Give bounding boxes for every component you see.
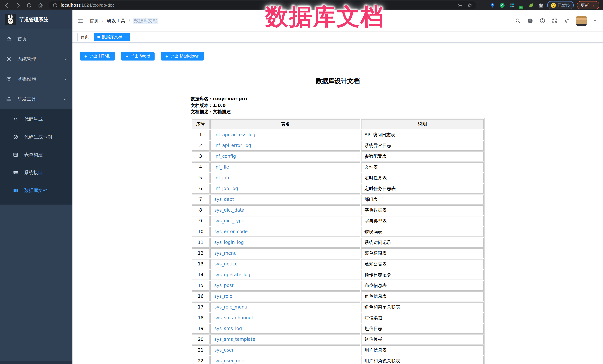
table-name-link[interactable]: sys_dict_type [214, 218, 244, 223]
table-desc-cell: 文件表 [361, 162, 484, 172]
table-desc-cell: 通知公告表 [361, 259, 484, 269]
table-name-cell: inf_job_log [210, 184, 360, 194]
reload-icon[interactable] [26, 2, 32, 8]
export-button-label: 导出 Markdown [170, 54, 200, 59]
puzzle-extension-icon[interactable] [538, 2, 544, 8]
sidebar-subitem-2[interactable]: 代码生成示例 [0, 128, 72, 146]
table-name-link[interactable]: sys_role_menu [214, 304, 247, 310]
check-extension-icon[interactable]: ✓ [499, 2, 505, 8]
table-name-link[interactable]: sys_menu [214, 251, 237, 256]
sidebar-fold-icon[interactable] [77, 18, 84, 24]
user-avatar[interactable] [576, 16, 587, 26]
sidebar-item-2[interactable]: 系统管理 [0, 49, 72, 69]
tampermonkey-extension-icon[interactable]: on [519, 2, 524, 8]
row-index-cell: 3 [192, 151, 209, 161]
orange-extension-icon[interactable] [480, 2, 486, 8]
extension-on-badge: on [519, 6, 523, 9]
table-name-link[interactable]: sys_sms_log [214, 326, 242, 331]
table-row: 13sys_notice通知公告表 [192, 259, 484, 269]
back-icon[interactable] [4, 2, 10, 8]
doc-title: 数据库设计文档 [191, 77, 485, 85]
forward-icon[interactable] [15, 2, 21, 8]
row-index-cell: 18 [192, 313, 209, 323]
table-name-link[interactable]: sys_notice [214, 261, 238, 266]
table-desc-cell: 角色和菜单关联表 [361, 302, 484, 312]
table-name-cell: inf_api_error_log [210, 141, 360, 151]
sidebar-subitem-label: 代码生成 [24, 116, 43, 122]
sidebar-item-4[interactable]: 研发工具 [0, 89, 72, 109]
doc-meta-label: 数据库名： [191, 96, 213, 101]
font-size-icon[interactable] [564, 18, 570, 24]
sidebar-subitem-5[interactable]: 数据库文档 [0, 182, 72, 199]
table-name-link[interactable]: inf_file [214, 165, 229, 170]
password-key-icon[interactable] [457, 2, 463, 8]
table-name-link[interactable]: inf_api_error_log [214, 143, 251, 148]
table-name-link[interactable]: sys_dict_data [214, 208, 244, 213]
sidebar-subitem-3[interactable]: 表单构建 [0, 146, 72, 164]
table-name-link[interactable]: sys_sms_channel [214, 315, 253, 320]
sidebar-subitem-label: 数据库文档 [24, 187, 47, 194]
sidebar-subitem-1[interactable]: 代码生成 [0, 110, 72, 128]
table-row: 20sys_sms_template短信模板 [192, 334, 484, 344]
table-name-link[interactable]: inf_config [214, 154, 236, 159]
site-info-icon[interactable] [53, 3, 58, 8]
doc-meta-value: ruoyi-vue-pro [213, 96, 247, 101]
table-name-link[interactable]: sys_post [214, 283, 233, 288]
export-button-2[interactable]: +导出 Word [121, 52, 155, 61]
tab-2[interactable]: 数据库文档× [94, 33, 130, 41]
table-name-link[interactable]: sys_login_log [214, 240, 244, 245]
table-name-link[interactable]: sys_error_code [214, 229, 248, 234]
active-tab-dot [97, 36, 100, 38]
sidebar-subitem-4[interactable]: 系统接口 [0, 164, 72, 182]
search-icon[interactable] [515, 18, 521, 24]
sidebar-item-1[interactable]: 首页 [0, 29, 72, 49]
sidebar-menu: 首页系统管理基础设施研发工具代码生成代码生成示例表单构建系统接口数据库文档 [0, 29, 72, 205]
breadcrumb-item[interactable]: 首页 [90, 18, 99, 24]
fullscreen-icon[interactable] [552, 18, 558, 24]
update-chip[interactable]: 更新 [577, 1, 599, 9]
grid-extension-icon[interactable] [509, 2, 515, 8]
leaf-extension-icon[interactable] [528, 2, 534, 8]
tab-1[interactable]: 首页 [77, 33, 92, 41]
sidebar-item-3[interactable]: 基础设施 [0, 69, 72, 89]
breadcrumb-item[interactable]: 研发工具 [107, 18, 125, 24]
table-desc-cell: API 访问日志表 [361, 130, 484, 140]
row-index-cell: 13 [192, 259, 209, 269]
pin-extension-icon[interactable] [490, 2, 495, 8]
table-name-link[interactable]: sys_operate_log [214, 272, 250, 277]
table-desc-cell: 定时任务日志表 [361, 184, 484, 194]
paused-chip[interactable]: 已暂停 [547, 1, 574, 9]
table-name-cell: sys_dict_type [210, 216, 360, 226]
app-logo[interactable]: 芋道管理系统 [0, 11, 72, 29]
sidebar-collapse-bar[interactable] [0, 361, 72, 364]
table-name-link[interactable]: sys_user_role [214, 358, 244, 364]
table-row: 3inf_config参数配置表 [192, 151, 484, 161]
table-name-link[interactable]: sys_role [214, 294, 232, 299]
table-name-link[interactable]: sys_dept [214, 197, 234, 202]
table-desc-cell: 参数配置表 [361, 151, 484, 161]
export-button-1[interactable]: +导出 HTML [80, 52, 115, 61]
monitor-icon [6, 77, 12, 82]
table-name-link[interactable]: inf_api_access_log [214, 132, 255, 137]
browser-menu-icon[interactable] [591, 3, 596, 8]
table-name-cell: sys_user_role [210, 356, 360, 364]
gear-icon [6, 56, 12, 62]
sidebar-item-label: 首页 [17, 36, 27, 42]
table-name-link[interactable]: inf_job [214, 175, 229, 180]
home-icon[interactable] [37, 2, 44, 8]
export-button-3[interactable]: +导出 Markdown [161, 52, 204, 61]
tab-close-icon[interactable]: × [125, 35, 127, 39]
row-index-cell: 21 [192, 345, 209, 355]
address-bar[interactable]: localhost:1024/tool/db-doc [49, 1, 476, 9]
table-name-link[interactable]: inf_job_log [214, 186, 238, 191]
tags-view-bar: 首页数据库文档× [72, 32, 603, 43]
row-index-cell: 11 [192, 237, 209, 247]
doc-meta-line: 文档版本：1.0.0 [191, 102, 485, 109]
caret-down-icon[interactable] [593, 19, 597, 23]
github-icon[interactable] [527, 18, 533, 24]
table-name-link[interactable]: sys_user [214, 347, 234, 353]
bookmark-star-icon[interactable] [467, 2, 473, 8]
tables-index-table: 序号表名说明 1inf_api_access_logAPI 访问日志表2inf_… [191, 118, 485, 364]
table-name-link[interactable]: sys_sms_template [214, 337, 255, 342]
question-icon[interactable] [539, 18, 545, 24]
